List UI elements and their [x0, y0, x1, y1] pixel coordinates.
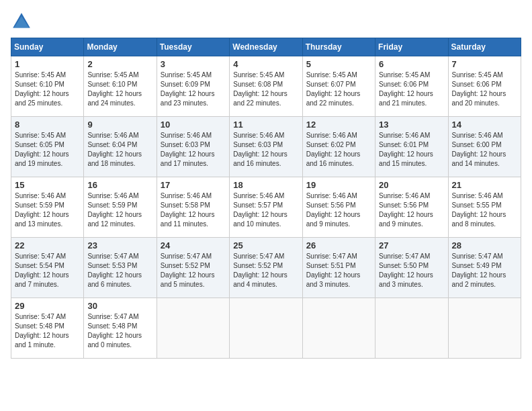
- column-header-wednesday: Wednesday: [230, 38, 302, 56]
- day-info: Sunrise: 5:45 AMSunset: 6:07 PMDaylight:…: [306, 71, 371, 108]
- logo: [11, 11, 35, 32]
- calendar-day-cell: 16Sunrise: 5:46 AMSunset: 5:59 PMDayligh…: [84, 177, 157, 238]
- day-info: Sunrise: 5:45 AMSunset: 6:06 PMDaylight:…: [452, 71, 517, 108]
- calendar-day-cell: 30Sunrise: 5:47 AMSunset: 5:48 PMDayligh…: [84, 298, 157, 359]
- day-number: 27: [379, 240, 444, 250]
- calendar-day-cell: 28Sunrise: 5:47 AMSunset: 5:49 PMDayligh…: [448, 238, 521, 298]
- day-number: 26: [306, 240, 371, 250]
- calendar-day-cell: 9Sunrise: 5:46 AMSunset: 6:04 PMDaylight…: [84, 117, 157, 177]
- calendar-header-row: SundayMondayTuesdayWednesdayThursdayFrid…: [11, 38, 521, 56]
- calendar-day-cell: 23Sunrise: 5:47 AMSunset: 5:53 PMDayligh…: [84, 238, 157, 298]
- calendar-day-cell: 21Sunrise: 5:46 AMSunset: 5:55 PMDayligh…: [448, 177, 521, 238]
- day-info: Sunrise: 5:45 AMSunset: 6:10 PMDaylight:…: [87, 71, 152, 108]
- day-info: Sunrise: 5:47 AMSunset: 5:52 PMDaylight:…: [233, 252, 298, 289]
- day-number: 6: [379, 59, 444, 69]
- calendar-week-row: 29Sunrise: 5:47 AMSunset: 5:48 PMDayligh…: [11, 298, 521, 359]
- calendar-day-cell: 11Sunrise: 5:46 AMSunset: 6:03 PMDayligh…: [230, 117, 302, 177]
- calendar-week-row: 1Sunrise: 5:45 AMSunset: 6:10 PMDaylight…: [11, 56, 521, 117]
- calendar-day-cell: 20Sunrise: 5:46 AMSunset: 5:56 PMDayligh…: [375, 177, 448, 238]
- day-number: 14: [452, 120, 517, 130]
- day-info: Sunrise: 5:46 AMSunset: 5:58 PMDaylight:…: [161, 191, 226, 229]
- calendar-day-cell: 8Sunrise: 5:45 AMSunset: 6:05 PMDaylight…: [11, 117, 84, 177]
- day-number: 16: [87, 180, 152, 190]
- calendar-week-row: 15Sunrise: 5:46 AMSunset: 5:59 PMDayligh…: [11, 177, 521, 238]
- calendar-table: SundayMondayTuesdayWednesdayThursdayFrid…: [11, 38, 521, 359]
- day-info: Sunrise: 5:46 AMSunset: 6:03 PMDaylight:…: [233, 131, 298, 169]
- column-header-saturday: Saturday: [448, 38, 521, 56]
- calendar-day-cell: 13Sunrise: 5:46 AMSunset: 6:01 PMDayligh…: [375, 117, 448, 177]
- calendar-day-cell: 5Sunrise: 5:45 AMSunset: 6:07 PMDaylight…: [302, 56, 375, 117]
- day-number: 21: [452, 180, 517, 190]
- calendar-day-cell: 26Sunrise: 5:47 AMSunset: 5:51 PMDayligh…: [302, 238, 375, 298]
- calendar-day-cell: 18Sunrise: 5:46 AMSunset: 5:57 PMDayligh…: [230, 177, 302, 238]
- day-info: Sunrise: 5:47 AMSunset: 5:48 PMDaylight:…: [15, 312, 80, 350]
- day-info: Sunrise: 5:46 AMSunset: 5:56 PMDaylight:…: [306, 191, 371, 229]
- calendar-day-cell: [157, 298, 229, 359]
- day-number: 13: [379, 120, 444, 130]
- day-info: Sunrise: 5:47 AMSunset: 5:54 PMDaylight:…: [15, 252, 80, 289]
- column-header-tuesday: Tuesday: [157, 38, 229, 56]
- calendar-week-row: 8Sunrise: 5:45 AMSunset: 6:05 PMDaylight…: [11, 117, 521, 177]
- day-info: Sunrise: 5:45 AMSunset: 6:09 PMDaylight:…: [161, 71, 226, 108]
- calendar-day-cell: 14Sunrise: 5:46 AMSunset: 6:00 PMDayligh…: [448, 117, 521, 177]
- calendar-day-cell: 6Sunrise: 5:45 AMSunset: 6:06 PMDaylight…: [375, 56, 448, 117]
- calendar-day-cell: 24Sunrise: 5:47 AMSunset: 5:52 PMDayligh…: [157, 238, 229, 298]
- day-info: Sunrise: 5:47 AMSunset: 5:48 PMDaylight:…: [87, 312, 152, 350]
- day-number: 12: [306, 120, 371, 130]
- day-info: Sunrise: 5:46 AMSunset: 5:55 PMDaylight:…: [452, 191, 517, 229]
- calendar-day-cell: 4Sunrise: 5:45 AMSunset: 6:08 PMDaylight…: [230, 56, 302, 117]
- column-header-thursday: Thursday: [302, 38, 375, 56]
- logo-icon: [11, 11, 32, 32]
- calendar-day-cell: 1Sunrise: 5:45 AMSunset: 6:10 PMDaylight…: [11, 56, 84, 117]
- calendar-day-cell: [448, 298, 521, 359]
- day-info: Sunrise: 5:47 AMSunset: 5:49 PMDaylight:…: [452, 252, 517, 289]
- calendar-day-cell: [375, 298, 448, 359]
- day-number: 18: [233, 180, 298, 190]
- day-info: Sunrise: 5:47 AMSunset: 5:50 PMDaylight:…: [379, 252, 444, 289]
- day-info: Sunrise: 5:45 AMSunset: 6:05 PMDaylight:…: [15, 131, 80, 169]
- day-info: Sunrise: 5:45 AMSunset: 6:06 PMDaylight:…: [379, 71, 444, 108]
- day-number: 3: [161, 59, 226, 69]
- calendar-day-cell: 29Sunrise: 5:47 AMSunset: 5:48 PMDayligh…: [11, 298, 84, 359]
- calendar-day-cell: [302, 298, 375, 359]
- calendar-day-cell: 10Sunrise: 5:46 AMSunset: 6:03 PMDayligh…: [157, 117, 229, 177]
- day-number: 30: [87, 301, 152, 311]
- calendar-day-cell: 27Sunrise: 5:47 AMSunset: 5:50 PMDayligh…: [375, 238, 448, 298]
- calendar-day-cell: 2Sunrise: 5:45 AMSunset: 6:10 PMDaylight…: [84, 56, 157, 117]
- day-info: Sunrise: 5:46 AMSunset: 5:56 PMDaylight:…: [379, 191, 444, 229]
- day-number: 2: [87, 59, 152, 69]
- day-number: 10: [161, 120, 226, 130]
- calendar-day-cell: 17Sunrise: 5:46 AMSunset: 5:58 PMDayligh…: [157, 177, 229, 238]
- column-header-friday: Friday: [375, 38, 448, 56]
- day-number: 19: [306, 180, 371, 190]
- day-number: 17: [161, 180, 226, 190]
- day-info: Sunrise: 5:46 AMSunset: 6:00 PMDaylight:…: [452, 131, 517, 169]
- day-info: Sunrise: 5:46 AMSunset: 6:03 PMDaylight:…: [161, 131, 226, 169]
- day-info: Sunrise: 5:46 AMSunset: 6:02 PMDaylight:…: [306, 131, 371, 169]
- calendar-day-cell: 12Sunrise: 5:46 AMSunset: 6:02 PMDayligh…: [302, 117, 375, 177]
- day-number: 23: [87, 240, 152, 250]
- day-number: 9: [87, 120, 152, 130]
- column-header-monday: Monday: [84, 38, 157, 56]
- calendar-day-cell: 15Sunrise: 5:46 AMSunset: 5:59 PMDayligh…: [11, 177, 84, 238]
- day-number: 4: [233, 59, 298, 69]
- day-number: 1: [15, 59, 80, 69]
- calendar-day-cell: 19Sunrise: 5:46 AMSunset: 5:56 PMDayligh…: [302, 177, 375, 238]
- day-info: Sunrise: 5:45 AMSunset: 6:10 PMDaylight:…: [15, 71, 80, 108]
- page-header: [11, 11, 521, 32]
- day-number: 24: [161, 240, 226, 250]
- day-info: Sunrise: 5:46 AMSunset: 5:57 PMDaylight:…: [233, 191, 298, 229]
- day-number: 25: [233, 240, 298, 250]
- day-info: Sunrise: 5:46 AMSunset: 5:59 PMDaylight:…: [15, 191, 80, 229]
- day-number: 8: [15, 120, 80, 130]
- day-info: Sunrise: 5:47 AMSunset: 5:51 PMDaylight:…: [306, 252, 371, 289]
- day-number: 28: [452, 240, 517, 250]
- day-number: 22: [15, 240, 80, 250]
- calendar-day-cell: [230, 298, 302, 359]
- day-info: Sunrise: 5:47 AMSunset: 5:52 PMDaylight:…: [161, 252, 226, 289]
- calendar-day-cell: 7Sunrise: 5:45 AMSunset: 6:06 PMDaylight…: [448, 56, 521, 117]
- calendar-day-cell: 3Sunrise: 5:45 AMSunset: 6:09 PMDaylight…: [157, 56, 229, 117]
- calendar-day-cell: 25Sunrise: 5:47 AMSunset: 5:52 PMDayligh…: [230, 238, 302, 298]
- day-info: Sunrise: 5:45 AMSunset: 6:08 PMDaylight:…: [233, 71, 298, 108]
- day-number: 11: [233, 120, 298, 130]
